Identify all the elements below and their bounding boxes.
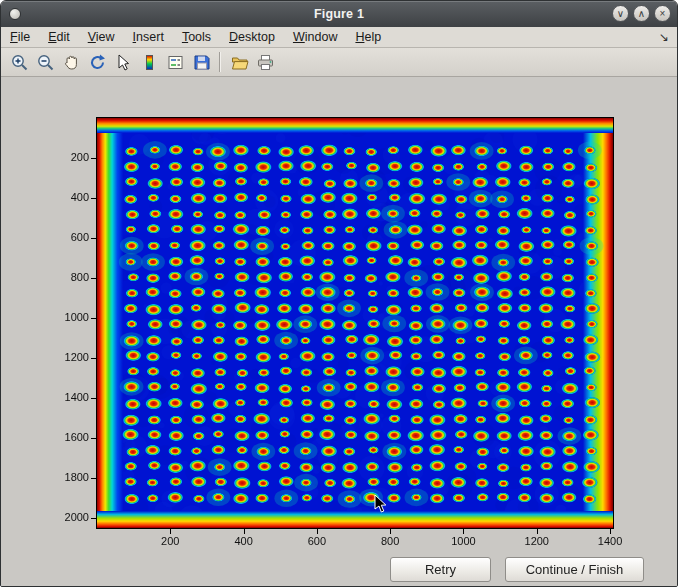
- zoom-in-icon[interactable]: [6, 49, 32, 75]
- figure-toolbar: [1, 48, 677, 77]
- zoom-out-icon[interactable]: [32, 49, 58, 75]
- menu-file[interactable]: File: [1, 28, 39, 46]
- rotate-3d-icon[interactable]: [84, 49, 110, 75]
- window-controls: ∨ ∧ ×: [612, 5, 671, 22]
- menu-view[interactable]: View: [79, 28, 124, 46]
- minimize-button[interactable]: ∨: [612, 5, 629, 22]
- figure-window: Figure 1 ∨ ∧ × File Edit View Insert Too…: [0, 0, 678, 587]
- microarray-heatmap-image[interactable]: [96, 117, 614, 529]
- menu-edit[interactable]: Edit: [39, 28, 79, 46]
- colorbar-icon[interactable]: [136, 49, 162, 75]
- menu-window[interactable]: Window: [284, 28, 346, 46]
- menu-insert[interactable]: Insert: [124, 28, 173, 46]
- save-icon[interactable]: [188, 49, 214, 75]
- close-button[interactable]: ×: [654, 5, 671, 22]
- legend-icon[interactable]: [162, 49, 188, 75]
- dock-figure-icon[interactable]: ↘: [651, 30, 677, 44]
- menu-desktop[interactable]: Desktop: [220, 28, 284, 46]
- retry-button[interactable]: Retry: [390, 557, 491, 582]
- menu-tools[interactable]: Tools: [173, 28, 220, 46]
- toolbar-separator: [219, 52, 221, 72]
- pan-hand-icon[interactable]: [58, 49, 84, 75]
- continue-finish-button[interactable]: Continue / Finish: [505, 557, 644, 582]
- print-icon[interactable]: [252, 49, 278, 75]
- menu-help[interactable]: Help: [346, 28, 390, 46]
- window-icon: [9, 8, 21, 20]
- titlebar[interactable]: Figure 1 ∨ ∧ ×: [1, 1, 677, 27]
- maximize-button[interactable]: ∧: [633, 5, 650, 22]
- window-title: Figure 1: [1, 7, 677, 21]
- data-cursor-icon[interactable]: [110, 49, 136, 75]
- open-folder-icon[interactable]: [226, 49, 252, 75]
- menu-bar: File Edit View Insert Tools Desktop Wind…: [1, 27, 677, 48]
